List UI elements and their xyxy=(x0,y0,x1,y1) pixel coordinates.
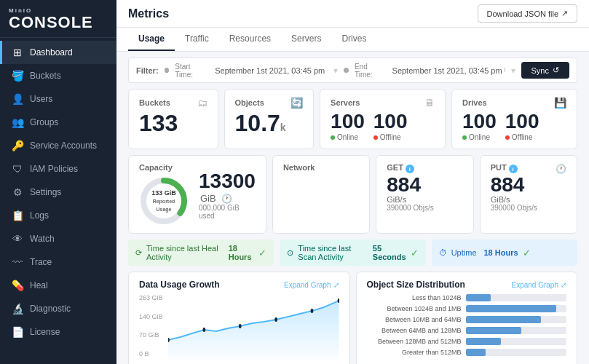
watch-icon: 👁 xyxy=(11,233,24,245)
svg-point-3 xyxy=(203,328,206,332)
sidebar-item-logs[interactable]: 📋Logs xyxy=(0,204,116,227)
bar-bg-3 xyxy=(466,327,567,334)
bar-label-2: Between 10MB and 64MB xyxy=(367,316,462,323)
usage-growth-chart-card: Data Usage Growth Expand Graph ⤢ xyxy=(128,272,350,364)
sidebar-item-label: Service Accounts xyxy=(30,141,97,151)
sync-button[interactable]: Sync ↺ xyxy=(521,62,569,79)
put-value: 884 xyxy=(491,175,566,195)
sidebar-item-buckets[interactable]: 🪣Buckets xyxy=(0,64,116,87)
bar-bg-2 xyxy=(466,316,567,323)
sidebar-item-label: Logs xyxy=(30,210,49,221)
sidebar-nav: ⊞Dashboard🪣Buckets👤Users👥Groups🔑Service … xyxy=(0,38,116,364)
bar-bg-5 xyxy=(466,349,567,356)
activity-badge-heal: ⟳ Time since last Heal Activity 18 Hours… xyxy=(128,240,274,266)
sidebar-item-label: Users xyxy=(30,94,52,104)
sidebar-item-groups[interactable]: 👥Groups xyxy=(0,111,116,134)
expand-object-graph-button[interactable]: Expand Graph ⤢ xyxy=(512,281,567,289)
tab-traffic[interactable]: Traffic xyxy=(175,28,219,51)
object-size-title: Object Size Distribution xyxy=(367,280,465,290)
page-title: Metrics xyxy=(128,7,169,20)
activity-badge-scan: ⊙ Time since last Scan Activity 55 Secon… xyxy=(280,240,425,266)
buckets-card: Buckets 🗂 133 xyxy=(128,89,218,149)
sidebar-item-label: Diagnostic xyxy=(30,304,71,314)
start-time-input[interactable] xyxy=(215,66,328,75)
logo-console: CONSOLE xyxy=(9,14,108,31)
sidebar: MinIO CONSOLE ⊞Dashboard🪣Buckets👤Users👥G… xyxy=(0,0,116,364)
uptime-activity-value: 18 Hours xyxy=(484,248,518,257)
sidebar-item-license[interactable]: 📄License xyxy=(0,320,116,344)
sidebar-item-label: Watch xyxy=(30,234,55,244)
license-icon: 📄 xyxy=(11,326,24,338)
objects-value: 10.7k xyxy=(235,111,304,135)
drives-online-dot xyxy=(462,135,467,140)
tab-drives[interactable]: Drives xyxy=(331,28,376,51)
bar-bg-1 xyxy=(466,305,567,312)
tab-servers[interactable]: Servers xyxy=(281,28,331,51)
svg-point-5 xyxy=(274,317,277,322)
sidebar-item-heal[interactable]: 💊Heal xyxy=(0,274,116,297)
stats-row: Buckets 🗂 133 Objects 🔄 10.7k Servers xyxy=(128,89,577,149)
middle-row: Capacity 133 GiB Reported Usage xyxy=(128,155,577,234)
put-info-icon: i xyxy=(509,165,518,173)
servers-icon: 🖥 xyxy=(424,97,435,108)
iam-policies-icon: 🛡 xyxy=(11,163,24,175)
scan-activity-label: Time since last Scan Activity xyxy=(298,244,365,261)
expand-usage-graph-button[interactable]: Expand Graph ⤢ xyxy=(284,281,339,289)
scan-activity-value: 55 Seconds xyxy=(373,244,406,261)
capacity-value: 13300 xyxy=(199,170,256,192)
buckets-label: Buckets xyxy=(139,98,170,107)
bar-fill-4 xyxy=(466,338,501,345)
put-unit: GiB/s xyxy=(491,195,566,204)
topbar: Metrics Download JSON file ↗ xyxy=(116,0,589,28)
bar-bg-4 xyxy=(466,338,567,345)
bar-label-3: Between 64MB and 128MB xyxy=(367,327,462,334)
get-info-icon: i xyxy=(406,165,414,173)
sidebar-item-iam-policies[interactable]: 🛡IAM Policies xyxy=(0,157,116,181)
svg-point-6 xyxy=(311,309,314,313)
capacity-card: Capacity 133 GiB Reported Usage xyxy=(128,155,266,234)
bar-row-5: Greater than 512MB xyxy=(367,349,567,356)
network-label: Network xyxy=(283,163,359,172)
charts-row: Data Usage Growth Expand Graph ⤢ xyxy=(128,272,577,364)
sidebar-item-users[interactable]: 👤Users xyxy=(0,87,116,111)
tab-resources[interactable]: Resources xyxy=(219,28,281,51)
bar-fill-3 xyxy=(466,327,521,334)
sidebar-item-diagnostic[interactable]: 🔬Diagnostic xyxy=(0,297,116,320)
drives-online-value: 100 xyxy=(462,111,497,132)
sync-label: Sync xyxy=(531,66,549,75)
objects-icon: 🔄 xyxy=(290,97,303,108)
activity-badge-uptime: ⏱ Uptime 18 Hours ✓ xyxy=(432,240,577,266)
bar-fill-5 xyxy=(466,349,486,356)
sidebar-item-settings[interactable]: ⚙Settings xyxy=(0,181,116,204)
tabs-bar: UsageTrafficResourcesServersDrives xyxy=(116,28,589,52)
drives-offline-value: 100 xyxy=(505,111,539,132)
drives-offline-dot xyxy=(505,135,510,140)
expand-object-icon: ⤢ xyxy=(561,281,566,289)
settings-icon: ⚙ xyxy=(11,186,24,198)
start-time-dot xyxy=(165,68,170,73)
trace-icon: 〰 xyxy=(11,256,24,268)
download-json-button[interactable]: Download JSON file ↗ xyxy=(478,4,577,23)
get-sub: 390000 Objs/s xyxy=(387,204,462,212)
tab-usage[interactable]: Usage xyxy=(128,28,175,51)
sidebar-item-label: Groups xyxy=(30,117,58,127)
sidebar-item-dashboard[interactable]: ⊞Dashboard xyxy=(0,41,116,64)
service-accounts-icon: 🔑 xyxy=(11,140,24,151)
filter-label: Filter: xyxy=(136,66,159,75)
logs-icon: 📋 xyxy=(11,210,24,221)
get-card: GET i 884 GiB/s 390000 Objs/s xyxy=(376,155,473,234)
put-card: PUT i 🕐 884 GiB/s 390000 Objs/s xyxy=(480,155,577,234)
sidebar-item-service-accounts[interactable]: 🔑Service Accounts xyxy=(0,134,116,157)
sidebar-item-trace[interactable]: 〰Trace xyxy=(0,250,116,274)
sidebar-item-label: Heal xyxy=(30,280,48,290)
uptime-activity-icon: ⏱ xyxy=(439,248,447,257)
bar-row-2: Between 10MB and 64MB xyxy=(367,316,567,323)
sidebar-item-watch[interactable]: 👁Watch xyxy=(0,227,116,250)
capacity-info: 13300 GiB 🕐 000,000 GiB used xyxy=(199,170,256,220)
end-time-input[interactable] xyxy=(392,66,505,75)
object-size-chart-card: Object Size Distribution Expand Graph ⤢ … xyxy=(356,272,578,364)
logo: MinIO CONSOLE xyxy=(0,0,116,38)
download-label: Download JSON file xyxy=(487,9,558,18)
uptime-activity-label: Uptime xyxy=(451,248,477,257)
buckets-value: 133 xyxy=(139,111,207,135)
